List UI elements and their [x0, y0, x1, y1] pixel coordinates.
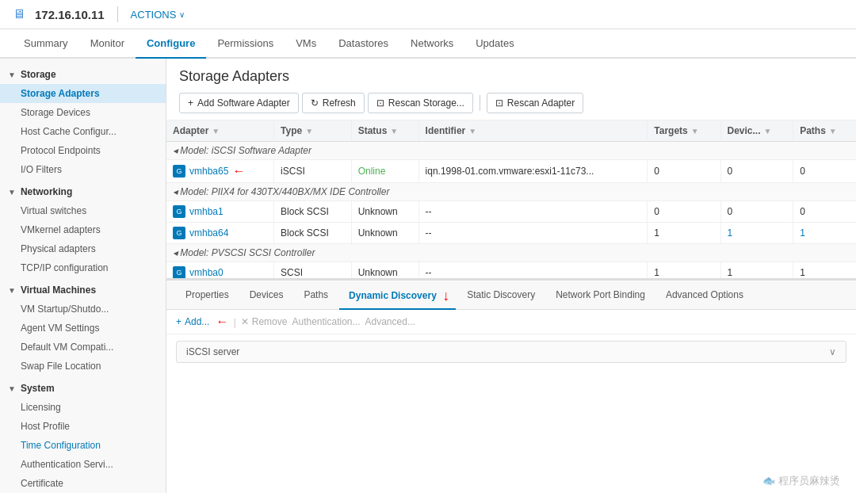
- expand-icon: ∨: [829, 346, 836, 357]
- sidebar-item-agent-vm[interactable]: Agent VM Settings: [0, 319, 166, 338]
- sidebar-item-swap-file[interactable]: Swap File Location: [0, 357, 166, 376]
- add-software-adapter-button[interactable]: + Add Software Adapter: [179, 93, 299, 113]
- table-row[interactable]: G vmhba65 ← iSCSI Online iqn.1998-01.com…: [166, 160, 856, 183]
- watermark: 🐟 程序员麻辣烫: [762, 474, 840, 488]
- adapters-table-container: Adapter ▼ Type ▼ Status ▼ Identifier ▼ T…: [166, 120, 856, 279]
- bottom-tab-devices[interactable]: Devices: [240, 284, 293, 307]
- sidebar-group-storage-header[interactable]: Storage: [0, 65, 166, 84]
- triangle-icon: [8, 188, 16, 197]
- sidebar-item-protocol-endpoints[interactable]: Protocol Endpoints: [0, 141, 166, 160]
- iscsi-server-label: iSCSI server: [186, 346, 239, 357]
- rescan-storage-button[interactable]: ⊡ Rescan Storage...: [368, 93, 473, 113]
- divider: [117, 6, 118, 22]
- remove-button[interactable]: ✕ Remove: [241, 316, 288, 327]
- bottom-panel: Properties Devices Paths Dynamic Discove…: [166, 279, 856, 369]
- actions-button[interactable]: ACTIONS ∨: [131, 9, 185, 21]
- adapter-icon: G: [173, 266, 185, 279]
- host-name: 172.16.10.11: [35, 8, 105, 21]
- sidebar-item-vm-startup[interactable]: VM Startup/Shutdo...: [0, 300, 166, 319]
- tab-datastores[interactable]: Datastores: [327, 29, 399, 59]
- adapter-name-cell: G vmhba1: [166, 201, 274, 223]
- adapter-name-cell: G vmhba65 ←: [166, 160, 274, 183]
- sidebar-group-vms: Virtual Machines VM Startup/Shutdo... Ag…: [0, 281, 166, 376]
- arrow-container: Properties Devices Paths Dynamic Discove…: [166, 279, 856, 369]
- col-identifier: Identifier ▼: [418, 120, 648, 142]
- tab-configure[interactable]: Configure: [136, 29, 206, 59]
- red-arrow-indicator: ←: [232, 164, 245, 178]
- toolbar-separator: [480, 95, 480, 111]
- col-adapter: Adapter ▼: [166, 120, 274, 142]
- sidebar-item-tcpip[interactable]: TCP/IP configuration: [0, 258, 166, 277]
- sidebar-item-vmkernel-adapters[interactable]: VMkernel adapters: [0, 220, 166, 239]
- adapter-icon: G: [173, 227, 185, 239]
- triangle-icon: [8, 384, 16, 393]
- col-status: Status ▼: [351, 120, 418, 142]
- bottom-tabs: Properties Devices Paths Dynamic Discove…: [166, 281, 856, 310]
- sidebar-item-host-cache[interactable]: Host Cache Configur...: [0, 122, 166, 141]
- refresh-button[interactable]: ↻ Refresh: [302, 93, 365, 113]
- group-row-pvscsi: ◂ Model: PVSCSI SCSI Controller: [166, 244, 856, 262]
- sidebar-item-default-vm-compat[interactable]: Default VM Compati...: [0, 338, 166, 357]
- sidebar-group-networking: Networking Virtual switches VMkernel ada…: [0, 182, 166, 277]
- main-layout: Storage Storage Adapters Storage Devices…: [0, 59, 856, 493]
- col-paths: Paths ▼: [793, 120, 856, 142]
- sidebar-group-system-header[interactable]: System: [0, 379, 166, 398]
- sidebar-item-io-filters[interactable]: I/O Filters: [0, 160, 166, 179]
- sidebar-item-time-config[interactable]: Time Configuration: [0, 436, 166, 455]
- refresh-icon: ↻: [311, 97, 319, 109]
- bottom-tab-static-discovery[interactable]: Static Discovery: [457, 284, 545, 307]
- sidebar-item-host-profile[interactable]: Host Profile: [0, 417, 166, 436]
- triangle-icon: [8, 286, 16, 295]
- rescan-adapter-button[interactable]: ⊡ Rescan Adapter: [487, 93, 583, 113]
- tab-permissions[interactable]: Permissions: [206, 29, 285, 59]
- sidebar-item-licensing[interactable]: Licensing: [0, 398, 166, 417]
- plus-icon: +: [188, 97, 193, 109]
- col-targets: Targets ▼: [648, 120, 720, 142]
- tab-monitor[interactable]: Monitor: [79, 29, 136, 59]
- col-devices: Devic... ▼: [720, 120, 793, 142]
- sidebar-item-physical-adapters[interactable]: Physical adapters: [0, 239, 166, 258]
- tab-summary[interactable]: Summary: [13, 29, 79, 59]
- tab-vms[interactable]: VMs: [285, 29, 327, 59]
- nav-tabs: Summary Monitor Configure Permissions VM…: [0, 29, 856, 59]
- table-row[interactable]: G vmhba64 Block SCSI Unknown -- 1 1 1: [166, 223, 856, 244]
- sidebar-item-auth-services[interactable]: Authentication Servi...: [0, 455, 166, 474]
- sidebar-group-networking-header[interactable]: Networking: [0, 182, 166, 201]
- content-area: Storage Adapters + Add Software Adapter …: [166, 59, 856, 493]
- bottom-tab-advanced-options[interactable]: Advanced Options: [656, 284, 753, 307]
- sidebar-group-vms-header[interactable]: Virtual Machines: [0, 281, 166, 300]
- bottom-tab-network-port-binding[interactable]: Network Port Binding: [546, 284, 655, 307]
- bottom-toolbar: + Add... ← | ✕ Remove Authentication... …: [166, 310, 856, 334]
- rescan-storage-icon: ⊡: [376, 97, 384, 109]
- bottom-tab-dynamic-discovery[interactable]: Dynamic Discovery ↓: [339, 281, 456, 310]
- adapter-name-cell: G vmhba64: [166, 223, 274, 244]
- bottom-tab-properties[interactable]: Properties: [176, 284, 239, 307]
- adapter-icon: G: [173, 205, 185, 218]
- sidebar-group-system: System Licensing Host Profile Time Confi…: [0, 379, 166, 493]
- content-header: Storage Adapters + Add Software Adapter …: [166, 59, 856, 120]
- tab-updates[interactable]: Updates: [464, 29, 525, 59]
- sidebar-item-storage-adapters[interactable]: Storage Adapters: [0, 84, 166, 103]
- bottom-tab-paths[interactable]: Paths: [294, 284, 338, 307]
- adapter-icon: G: [173, 165, 185, 178]
- group-row-piix4: ◂ Model: PIIX4 for 430TX/440BX/MX IDE Co…: [166, 183, 856, 201]
- table-row[interactable]: G vmhba1 Block SCSI Unknown -- 0 0 0: [166, 201, 856, 223]
- top-bar: 🖥 172.16.10.11 ACTIONS ∨: [0, 0, 856, 29]
- tab-networks[interactable]: Networks: [399, 29, 464, 59]
- add-button[interactable]: + Add... ←: [176, 315, 228, 329]
- triangle-icon: [8, 71, 16, 79]
- adapter-name-cell: G vmhba0: [166, 262, 274, 280]
- group-row-iscsi: ◂ Model: iSCSI Software Adapter: [166, 142, 856, 160]
- adapters-table: Adapter ▼ Type ▼ Status ▼ Identifier ▼ T…: [166, 120, 856, 279]
- red-arrow-add: ←: [216, 315, 228, 329]
- authentication-button[interactable]: Authentication...: [292, 316, 360, 327]
- sidebar-item-virtual-switches[interactable]: Virtual switches: [0, 201, 166, 220]
- col-type: Type ▼: [274, 120, 352, 142]
- add-icon: +: [176, 316, 182, 327]
- advanced-button[interactable]: Advanced...: [365, 316, 415, 327]
- sidebar-item-storage-devices[interactable]: Storage Devices: [0, 103, 166, 122]
- sidebar-item-certificate[interactable]: Certificate: [0, 474, 166, 493]
- table-row[interactable]: G vmhba0 SCSI Unknown -- 1 1 1: [166, 262, 856, 280]
- iscsi-server-row: iSCSI server ∨: [176, 341, 846, 363]
- sidebar-group-storage: Storage Storage Adapters Storage Devices…: [0, 65, 166, 179]
